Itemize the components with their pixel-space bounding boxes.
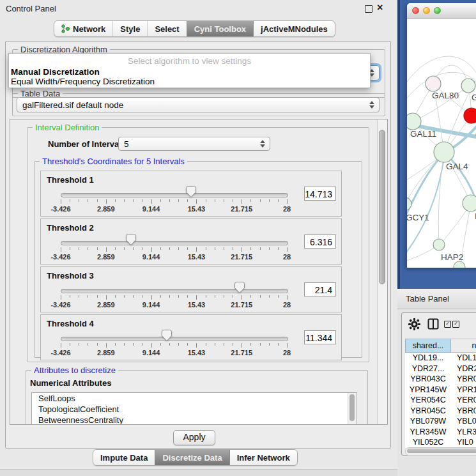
slider-track[interactable] [61, 337, 288, 341]
combo-arrows-icon [369, 101, 374, 109]
table-row[interactable]: YDR27...YDR2 [405, 364, 476, 374]
close-traffic-light-icon[interactable] [412, 7, 419, 14]
table-data-select[interactable]: galFiltered.sif default node [17, 97, 380, 112]
slider-tick-label: 9.144 [132, 349, 171, 357]
tab-discretize-data[interactable]: Discretize Data [155, 450, 229, 465]
tab-select[interactable]: Select [147, 21, 186, 36]
tab-cyni-toolbox[interactable]: Cyni Toolbox [187, 21, 253, 36]
slider-tick-label: 9.144 [132, 205, 171, 213]
control-panel-tabbar: Network Style Select Cyni Toolbox jActiv… [54, 20, 335, 37]
apply-button[interactable]: Apply [173, 430, 215, 445]
table-horizontal-scrollbar[interactable] [405, 447, 476, 456]
table-row[interactable]: YBL079WYBL0 [405, 416, 476, 427]
network-edge[interactable] [407, 267, 459, 268]
cell-name[interactable]: YER0 [451, 395, 476, 406]
network-node[interactable] [461, 79, 475, 93]
status-strip [0, 469, 397, 476]
threshold-value-field[interactable]: 11.344 [304, 330, 336, 344]
select-columns-checks-icon[interactable]: ✓ ✓ [444, 321, 459, 328]
cell-name[interactable]: YBR0 [451, 406, 476, 417]
number-of-intervals-select[interactable]: 5 [118, 137, 270, 151]
tab-infer-network[interactable]: Infer Network [229, 450, 297, 465]
cell-name[interactable]: YDL1 [451, 353, 476, 364]
control-panel-titlebar: Control Panel × [0, 0, 397, 17]
table-row[interactable]: YBR043CYBR0 [405, 374, 476, 385]
network-node[interactable] [407, 197, 411, 210]
column-header-shared-name[interactable]: shared... [405, 339, 451, 353]
dropdown-placeholder-option[interactable]: Select algorithm to view settings [9, 56, 370, 66]
numerical-attributes-list[interactable]: SelfLoopsTopologicalCoefficientBetweenne… [31, 392, 357, 425]
slider-tick-label: 28 [268, 205, 306, 213]
dropdown-option-equal-width-frequency[interactable]: Equal Width/Frequency Discretization [11, 77, 155, 86]
slider-tick-label: -3.426 [42, 205, 80, 213]
cell-shared-name[interactable]: YPR145W [405, 385, 451, 395]
network-node[interactable] [454, 261, 465, 268]
table-header-row: shared... na [405, 339, 476, 353]
threshold-value-field[interactable]: 14.713 [304, 187, 336, 201]
close-window-icon[interactable]: × [377, 2, 383, 13]
slider-handle[interactable] [126, 234, 136, 245]
tab-jactivemnodules[interactable]: jActiveMNodules [253, 21, 335, 36]
table-row[interactable]: YLR345WYLR3 [405, 427, 476, 438]
algorithm-dropdown-popup: Select algorithm to view settingsManual … [8, 53, 371, 88]
minimize-traffic-light-icon[interactable] [423, 7, 430, 14]
slider-tick-label: 21.715 [222, 205, 261, 213]
network-node[interactable] [433, 239, 445, 250]
cell-shared-name[interactable]: YBR043C [405, 374, 451, 385]
checkbox-icon: ✓ [452, 321, 459, 328]
cell-shared-name[interactable]: YLR345W [405, 427, 451, 438]
table-row[interactable]: YPR145WYPR1 [405, 385, 476, 395]
cell-name[interactable]: YLR3 [451, 427, 476, 438]
cyni-bottom-tabbar: Impute Data Discretize Data Infer Networ… [93, 449, 298, 466]
cell-name[interactable]: YIL0 [451, 437, 476, 448]
cell-name[interactable]: YDR2 [451, 364, 476, 374]
number-of-intervals-value: 5 [124, 139, 129, 149]
table-row[interactable]: YIL052CYIL0 [405, 437, 476, 448]
network-view-window[interactable]: GAL80GCGAL11GAL4GCY1HHAP2 [407, 3, 476, 268]
network-window-titlebar[interactable] [407, 3, 476, 19]
threshold-value-field[interactable]: 6.316 [304, 234, 336, 249]
network-node[interactable] [463, 195, 476, 211]
network-node[interactable] [464, 108, 476, 123]
table-row[interactable]: YDL19...YDL1 [405, 353, 476, 364]
slider-track[interactable] [61, 289, 288, 293]
cell-shared-name[interactable]: YBL079W [405, 416, 451, 427]
cell-name[interactable]: YBL0 [451, 416, 476, 427]
float-window-icon[interactable] [365, 5, 372, 13]
cell-shared-name[interactable]: YDL19... [405, 353, 451, 364]
column-manager-icon[interactable] [427, 318, 439, 332]
cell-shared-name[interactable]: YDR27... [405, 364, 451, 374]
slider-track[interactable] [61, 241, 288, 245]
network-node[interactable] [407, 113, 421, 130]
slider-ticks [61, 247, 288, 252]
network-node-label: GCY1 [407, 213, 429, 222]
tab-impute-data[interactable]: Impute Data [93, 450, 155, 465]
attribute-list-item[interactable]: SelfLoops [32, 393, 357, 404]
list-scrollbar[interactable] [348, 393, 357, 425]
attribute-list-item[interactable]: TopologicalCoefficient [32, 404, 357, 415]
network-canvas[interactable]: GAL80GCGAL11GAL4GCY1HHAP2 [407, 19, 476, 268]
slider-track[interactable] [61, 193, 288, 197]
network-node[interactable] [434, 142, 454, 162]
table-row[interactable]: YER054CYER0 [405, 395, 476, 406]
threshold-value-field[interactable]: 21.4 [304, 282, 336, 296]
table-row[interactable]: YBR045CYBR0 [405, 406, 476, 417]
cell-shared-name[interactable]: YIL052C [405, 437, 451, 448]
column-header-name[interactable]: na [451, 339, 476, 353]
settings-gear-icon[interactable] [408, 318, 420, 333]
slider-handle[interactable] [162, 330, 172, 341]
slider-handle[interactable] [186, 186, 196, 197]
cell-name[interactable]: YBR0 [451, 374, 476, 385]
cell-name[interactable]: YPR1 [451, 385, 476, 395]
numerical-attributes-label: Numerical Attributes [30, 378, 111, 388]
cell-shared-name[interactable]: YER054C [405, 395, 451, 406]
tab-style[interactable]: Style [112, 21, 147, 36]
dropdown-option-manual-discretization[interactable]: Manual Discretization [11, 67, 100, 77]
settings-vertical-scrollbar[interactable] [377, 119, 387, 424]
tab-network[interactable]: Network [54, 21, 112, 36]
attribute-list-item[interactable]: BetweennessCentrality [32, 415, 357, 425]
network-node[interactable] [426, 76, 441, 91]
slider-handle[interactable] [234, 282, 245, 293]
cell-shared-name[interactable]: YBR045C [405, 406, 451, 417]
zoom-traffic-light-icon[interactable] [434, 7, 441, 14]
